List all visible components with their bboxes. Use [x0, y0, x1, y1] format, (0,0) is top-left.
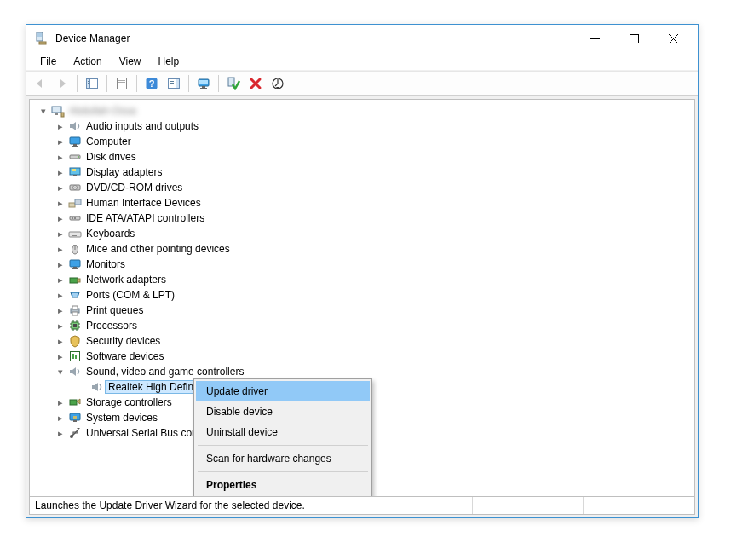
device-manager-window: Device Manager File Action View Help ? — [26, 24, 699, 518]
chevron-right-icon[interactable]: ▸ — [54, 259, 67, 270]
chevron-down-icon[interactable]: ▾ — [54, 367, 67, 378]
show-hide-tree-button[interactable] — [82, 73, 102, 94]
back-button[interactable] — [30, 73, 50, 94]
chevron-down-icon[interactable]: ▾ — [37, 106, 50, 117]
chevron-right-icon[interactable]: ▸ — [54, 152, 67, 163]
chevron-right-icon[interactable]: ▸ — [54, 167, 67, 178]
uninstall-device-button[interactable] — [245, 73, 266, 94]
chevron-right-icon[interactable]: ▸ — [54, 136, 67, 147]
monitor-icon — [67, 135, 83, 148]
forward-button[interactable] — [52, 73, 72, 94]
svg-rect-20 — [202, 86, 205, 88]
tree-node-keyboards[interactable]: ▸ Keyboards — [32, 226, 694, 241]
tree-node-ports[interactable]: ▸ Ports (COM & LPT) — [32, 287, 694, 303]
ctx-disable-device[interactable]: Disable device — [196, 401, 370, 422]
maximize-button[interactable] — [614, 26, 653, 51]
help-button[interactable]: ? — [141, 73, 162, 94]
svg-rect-28 — [73, 144, 77, 146]
svg-rect-79 — [73, 416, 77, 419]
tree-node-audio[interactable]: ▸ Audio inputs and outputs — [32, 118, 694, 134]
close-button[interactable] — [653, 26, 693, 51]
chevron-right-icon[interactable]: ▸ — [54, 428, 67, 439]
ctx-update-driver[interactable]: Update driver — [196, 381, 370, 401]
chevron-right-icon[interactable]: ▸ — [54, 198, 67, 209]
svg-rect-54 — [70, 278, 78, 283]
chevron-right-icon[interactable]: ▸ — [54, 305, 67, 316]
computer-icon — [50, 104, 66, 118]
display-adapter-icon — [67, 165, 83, 179]
svg-rect-19 — [199, 80, 208, 84]
chevron-right-icon[interactable]: ▸ — [54, 320, 67, 332]
tree-node-sound[interactable]: ▾ Sound, video and game controllers — [32, 364, 694, 379]
printer-icon — [67, 303, 83, 317]
chevron-right-icon[interactable]: ▸ — [54, 397, 67, 408]
tree-node-processors[interactable]: ▸ Processors — [32, 318, 694, 333]
context-menu: Update driver Disable device Uninstall d… — [193, 378, 372, 497]
svg-rect-48 — [72, 235, 77, 236]
tree-node-security[interactable]: ▸ Security devices — [32, 333, 694, 349]
statusbar: Launches the Update Driver Wizard for th… — [29, 497, 695, 515]
chevron-right-icon[interactable]: ▸ — [54, 413, 67, 424]
tree-label: Processors — [83, 320, 141, 332]
scan-hardware-button[interactable] — [268, 73, 288, 94]
tree-label: IDE ATA/ATAPI controllers — [83, 212, 208, 224]
menu-view[interactable]: View — [111, 54, 150, 69]
storage-controller-icon — [67, 395, 83, 409]
tree-label: Monitors — [83, 258, 129, 270]
tree-node-display[interactable]: ▸ Display adapters — [32, 165, 694, 180]
tree-label: Security devices — [83, 335, 164, 347]
ctx-uninstall-device[interactable]: Uninstall device — [196, 422, 370, 442]
tree-label: Storage controllers — [83, 396, 176, 408]
system-device-icon — [67, 411, 83, 424]
tree-root-node[interactable]: ▾ Abdullah-Ossa — [32, 103, 694, 118]
tree-node-monitors[interactable]: ▸ Monitors — [32, 257, 694, 272]
chevron-right-icon[interactable]: ▸ — [54, 274, 67, 286]
chevron-right-icon[interactable]: ▸ — [54, 228, 67, 240]
toolbar-separator — [77, 75, 78, 92]
svg-rect-17 — [170, 83, 174, 84]
menu-file[interactable]: File — [32, 54, 65, 69]
chevron-right-icon[interactable]: ▸ — [54, 290, 67, 301]
menu-action[interactable]: Action — [65, 54, 110, 69]
svg-rect-75 — [72, 354, 74, 359]
tree-node-software[interactable]: ▸ Software devices — [32, 349, 694, 364]
svg-rect-62 — [72, 306, 78, 309]
tree-node-network[interactable]: ▸ Network adapters — [32, 272, 694, 287]
svg-point-58 — [76, 293, 77, 294]
menu-help[interactable]: Help — [150, 54, 188, 69]
enable-device-button[interactable] — [223, 73, 244, 94]
tree-label: DVD/CD-ROM drives — [83, 182, 186, 193]
tree-node-disk[interactable]: ▸ Disk drives — [32, 149, 694, 165]
tree-node-mice[interactable]: ▸ Mice and other pointing devices — [32, 241, 694, 257]
tree-node-computer[interactable]: ▸ Computer — [32, 134, 694, 149]
ctx-scan-hardware[interactable]: Scan for hardware changes — [196, 448, 370, 469]
update-driver-button[interactable] — [193, 73, 214, 94]
toolbar-separator — [106, 75, 107, 92]
chevron-right-icon[interactable]: ▸ — [54, 336, 67, 347]
ctx-properties[interactable]: Properties — [196, 475, 370, 495]
chevron-right-icon[interactable]: ▸ — [54, 182, 67, 193]
toolbar-separator — [136, 75, 137, 92]
device-tree[interactable]: ▾ Abdullah-Ossa ▸ Audio inputs and outpu… — [29, 99, 695, 497]
svg-rect-42 — [74, 217, 76, 219]
chevron-right-icon[interactable]: ▸ — [54, 213, 67, 224]
minimize-button[interactable] — [575, 26, 614, 51]
chevron-right-icon[interactable]: ▸ — [54, 351, 67, 362]
status-cell-2 — [473, 497, 584, 514]
tree-node-hid[interactable]: ▸ Human Interface Devices — [32, 195, 694, 211]
svg-rect-34 — [72, 169, 76, 171]
speaker-icon — [67, 119, 83, 133]
tree-label: Print queues — [83, 304, 147, 316]
properties-button[interactable] — [112, 73, 132, 94]
tree-node-ide[interactable]: ▸ IDE ATA/ATAPI controllers — [32, 211, 694, 226]
tree-label: Mice and other pointing devices — [83, 243, 233, 255]
tree-node-dvd[interactable]: ▸ DVD/CD-ROM drives — [32, 180, 694, 195]
speaker-icon — [67, 365, 83, 378]
window-title: Device Manager — [55, 32, 130, 44]
svg-rect-55 — [78, 279, 80, 282]
chevron-right-icon[interactable]: ▸ — [54, 121, 67, 132]
action-pane-button[interactable] — [164, 73, 184, 94]
app-icon — [35, 32, 49, 45]
tree-node-print[interactable]: ▸ Print queues — [32, 303, 694, 318]
chevron-right-icon[interactable]: ▸ — [54, 244, 67, 255]
